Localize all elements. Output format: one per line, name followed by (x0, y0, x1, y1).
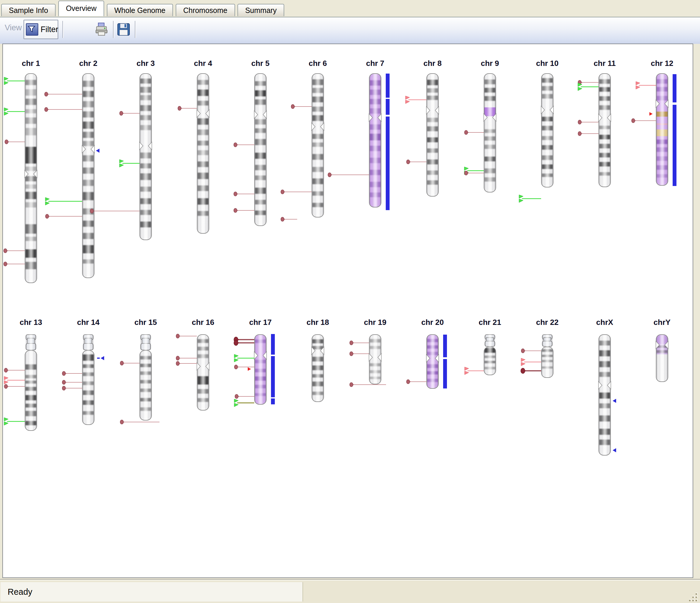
chromosome-chr7[interactable]: chr 7 (328, 59, 390, 210)
tab-overview[interactable]: Overview (58, 1, 104, 16)
marker-pin[interactable] (176, 356, 197, 360)
chromosome-chrY[interactable]: chrY (653, 318, 671, 382)
marker-pin[interactable] (120, 111, 140, 115)
marker-pind[interactable] (234, 340, 254, 346)
marker-tri[interactable] (96, 149, 99, 153)
tab-sample-info[interactable]: Sample Info (1, 4, 56, 16)
marker-gflag[interactable] (578, 83, 599, 91)
marker-tri[interactable] (612, 448, 616, 452)
marker-tri[interactable] (612, 399, 616, 403)
tab-summary[interactable]: Summary (238, 4, 284, 16)
chromosome-chr10[interactable]: chr 10 (519, 59, 558, 202)
marker-pin[interactable] (235, 394, 254, 399)
chromosome-chr8[interactable]: chr 8 (405, 59, 442, 196)
marker-pin[interactable] (465, 130, 484, 134)
marker-pin[interactable] (632, 119, 656, 123)
view-menu-button[interactable]: View (5, 23, 22, 32)
marker-pin[interactable] (4, 249, 25, 253)
marker-gflag[interactable] (234, 354, 254, 362)
marker-pin[interactable] (281, 217, 298, 221)
cnv-bar[interactable] (673, 74, 676, 102)
marker-pin[interactable] (178, 106, 197, 110)
marker-gflag[interactable] (4, 108, 25, 115)
chromosome-chr19[interactable]: chr 19 (350, 318, 386, 387)
chromosome-chr12[interactable]: chr 12 (632, 59, 677, 186)
marker-pin[interactable] (234, 143, 254, 147)
cnv-bar[interactable] (386, 74, 390, 98)
cnv-bar[interactable] (271, 356, 275, 397)
marker-gflag[interactable] (4, 77, 25, 85)
marker-pin[interactable] (328, 173, 369, 177)
marker-pin[interactable] (176, 334, 197, 338)
chromosome-chr14[interactable]: chr 14 (62, 318, 104, 425)
marker-sflag[interactable] (521, 358, 541, 366)
marker-pin[interactable] (4, 368, 25, 372)
marker-golive[interactable] (234, 399, 254, 407)
marker-pin[interactable] (46, 214, 82, 218)
marker-gflag[interactable] (120, 159, 140, 167)
tab-chromosome[interactable]: Chromosome (176, 4, 235, 16)
cnv-bar[interactable] (673, 105, 676, 186)
cnv-bar[interactable] (271, 399, 275, 404)
marker-pin[interactable] (45, 107, 82, 111)
chromosome-chr4[interactable]: chr 4 (178, 59, 212, 233)
marker-pin[interactable] (176, 361, 197, 366)
marker-pin[interactable] (62, 371, 82, 376)
chromosome-chr2[interactable]: chr 2 (45, 59, 100, 278)
marker-pin[interactable] (291, 104, 312, 108)
chromosome-chr5[interactable]: chr 5 (234, 59, 270, 226)
chromosome-chr11[interactable]: chr 11 (578, 59, 616, 187)
marker-pin[interactable] (350, 341, 369, 345)
marker-pin[interactable] (350, 383, 386, 387)
marker-pin[interactable] (521, 349, 542, 353)
marker-pin[interactable] (120, 361, 140, 365)
chromosome-chr21[interactable]: chr 21 (465, 318, 501, 375)
marker-pin[interactable] (234, 365, 254, 369)
marker-pin[interactable] (578, 131, 599, 136)
marker-sflag[interactable] (405, 96, 426, 104)
cnv-bar[interactable] (443, 359, 447, 388)
filter-button[interactable]: Filter (24, 20, 58, 39)
marker-sflag[interactable] (4, 376, 25, 384)
marker-pin[interactable] (234, 192, 254, 196)
marker-tri[interactable] (649, 112, 653, 116)
chromosome-chr15[interactable]: chr 15 (120, 318, 160, 424)
chromosome-chrX[interactable]: chrX (596, 318, 616, 455)
marker-gflag[interactable] (4, 418, 25, 425)
marker-pin[interactable] (62, 380, 82, 384)
resize-grip-icon[interactable] (686, 590, 698, 602)
marker-pin[interactable] (45, 92, 82, 96)
marker-pin[interactable] (578, 120, 599, 124)
chromosome-chr18[interactable]: chr 18 (307, 318, 329, 402)
marker-pin[interactable] (281, 190, 312, 194)
chromosome-chr20[interactable]: chr 20 (407, 318, 447, 388)
chromosome-chr13[interactable]: chr 13 (4, 318, 42, 431)
print-button[interactable] (94, 20, 110, 39)
chromosome-chr3[interactable]: chr 3 (90, 59, 155, 240)
marker-pin[interactable] (120, 420, 160, 424)
marker-sflag[interactable] (636, 81, 656, 89)
marker-gflag[interactable] (519, 195, 541, 202)
chromosome-chr22[interactable]: chr 22 (521, 318, 558, 378)
marker-pin[interactable] (62, 386, 82, 390)
marker-pin[interactable] (407, 160, 427, 164)
cnv-bar[interactable] (271, 334, 275, 355)
cnv-bar[interactable] (386, 99, 390, 115)
chromosome-chr17[interactable]: chr 17 (234, 318, 275, 407)
marker-pin[interactable] (465, 171, 484, 175)
marker-tri[interactable] (248, 367, 251, 371)
tab-whole-genome[interactable]: Whole Genome (107, 4, 173, 16)
chromosome-chr6[interactable]: chr 6 (281, 59, 327, 221)
marker-pin[interactable] (350, 352, 369, 356)
marker-tri[interactable] (97, 356, 104, 360)
chromosome-chr1[interactable]: chr 1 (4, 59, 40, 283)
marker-pind[interactable] (521, 368, 541, 373)
save-button[interactable] (115, 20, 132, 39)
chromosome-chr16[interactable]: chr 16 (176, 318, 215, 410)
marker-pin[interactable] (234, 208, 254, 212)
cnv-bar[interactable] (386, 117, 390, 210)
marker-pin[interactable] (578, 80, 599, 84)
marker-pin[interactable] (5, 140, 25, 144)
marker-sflag[interactable] (465, 367, 484, 375)
marker-pin[interactable] (90, 209, 140, 213)
